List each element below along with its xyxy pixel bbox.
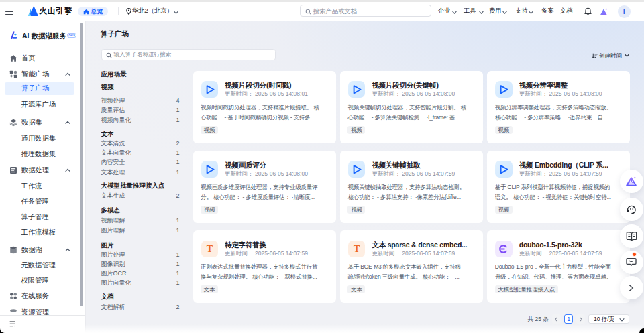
svg-text:Beta: Beta [68,34,75,37]
